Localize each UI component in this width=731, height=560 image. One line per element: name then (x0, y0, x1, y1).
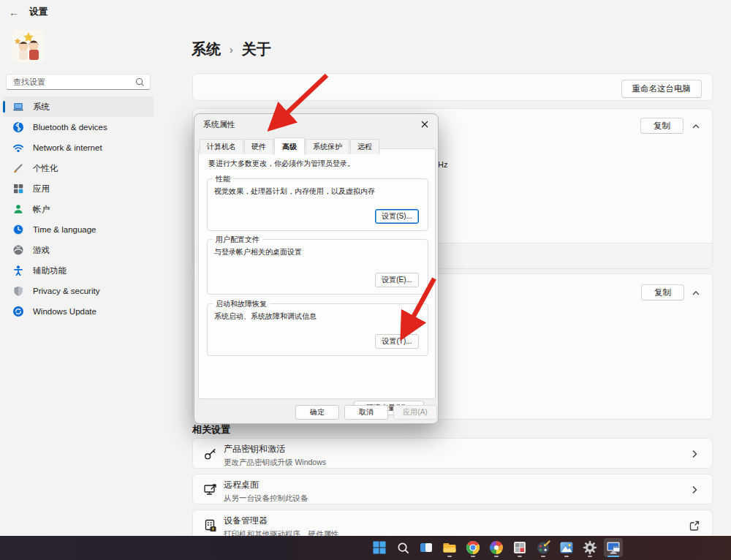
settings-app-button[interactable] (580, 538, 599, 557)
group-title: 启动和故障恢复 (213, 299, 270, 309)
processor-spec-fragment: Hz (438, 160, 447, 169)
copy-windows-spec-button[interactable]: 复制 (641, 284, 684, 300)
related-item-activation[interactable]: 产品密钥和激活 更改产品密钥或升级 Windows (192, 438, 713, 469)
sidebar-item-label: 游戏 (33, 245, 50, 256)
tab-hardware[interactable]: 硬件 (244, 139, 273, 154)
sidebar-item-label: Windows Update (33, 307, 96, 316)
collapse-chevron-icon[interactable] (690, 287, 702, 299)
chevron-right-icon (689, 484, 700, 496)
dialog-tab-strip: 计算机名 硬件 高级 系统保护 远程 (200, 137, 380, 154)
search-input[interactable] (13, 77, 135, 86)
breadcrumb-root[interactable]: 系统 (192, 39, 221, 59)
chevron-right-icon (689, 448, 700, 460)
sidebar-item-label: 应用 (33, 183, 50, 194)
sidebar: 系统 Bluetooth & devices Network & interne… (3, 97, 154, 322)
avatar-image (12, 29, 45, 63)
sidebar-item-system[interactable]: 系统 (3, 97, 154, 117)
chrome-icon (466, 540, 480, 555)
related-settings-title: 相关设置 (192, 423, 230, 436)
photos-button[interactable] (557, 538, 576, 557)
running-indicator (564, 556, 569, 558)
accounts-icon (12, 203, 24, 215)
rename-pc-button[interactable]: 重命名这台电脑 (621, 80, 702, 98)
search-box[interactable] (6, 74, 151, 90)
user-profiles-settings-button[interactable]: 设置(E)... (375, 273, 419, 287)
performance-settings-button[interactable]: 设置(S)... (375, 209, 419, 224)
related-item-title: 设备管理器 (224, 515, 339, 527)
sidebar-item-accounts[interactable]: 帐户 (3, 199, 154, 219)
task-view-button[interactable] (417, 538, 436, 557)
network-icon (12, 142, 24, 154)
sidebar-item-privacy[interactable]: Privacy & security (3, 281, 154, 301)
time-language-icon (12, 224, 24, 235)
tab-remote[interactable]: 远程 (350, 139, 379, 154)
group-description: 视觉效果，处理器计划，内存使用，以及虚拟内存 (214, 186, 375, 197)
sidebar-item-label: 帐户 (33, 204, 50, 215)
paint-app-button[interactable] (534, 538, 553, 557)
running-indicator (471, 556, 475, 558)
windows-icon (372, 540, 387, 555)
breadcrumb: 系统 › 关于 (192, 39, 271, 59)
chrome-button[interactable] (463, 538, 482, 557)
sidebar-item-label: Time & language (33, 225, 96, 234)
task-view-icon (419, 540, 433, 555)
cancel-button[interactable]: 取消 (344, 405, 388, 420)
related-item-title: 产品密钥和激活 (224, 443, 326, 455)
startup-recovery-settings-button[interactable]: 设置(T)... (375, 334, 419, 349)
avatar[interactable] (12, 29, 45, 63)
running-indicator (541, 556, 545, 558)
gaming-icon (12, 244, 24, 256)
app-grid-icon (512, 540, 527, 555)
file-explorer-button[interactable] (440, 538, 459, 557)
windows-update-icon (12, 306, 24, 317)
system-properties-taskbar-button[interactable] (604, 538, 623, 557)
related-item-subtitle: 更改产品密钥或升级 Windows (224, 458, 326, 468)
settings-window: ← 设置 系统 (0, 0, 731, 560)
sidebar-item-personalization[interactable]: 个性化 (3, 158, 154, 178)
sidebar-item-label: 个性化 (33, 163, 58, 174)
personalization-icon (12, 162, 24, 174)
privacy-icon (12, 285, 24, 297)
external-link-icon (689, 520, 700, 531)
tab-system-protection[interactable]: 系统保护 (306, 139, 349, 154)
device-manager-icon (203, 518, 218, 533)
related-item-text: 产品密钥和激活 更改产品密钥或升级 Windows (224, 443, 326, 468)
collapse-chevron-icon[interactable] (690, 121, 702, 132)
apps-icon (12, 183, 24, 194)
related-item-remote-desktop[interactable]: 远程桌面 从另一台设备控制此设备 (192, 474, 713, 504)
ok-button[interactable]: 确定 (295, 405, 339, 420)
sidebar-item-bluetooth[interactable]: Bluetooth & devices (3, 117, 154, 137)
close-icon[interactable] (419, 118, 431, 130)
remote-desktop-icon (203, 483, 218, 497)
gear-icon (583, 540, 597, 555)
taskbar-icon-row (370, 538, 623, 557)
dialog-titlebar[interactable]: 系统属性 (194, 114, 438, 135)
app-header: ← 设置 (9, 6, 48, 18)
tab-computer-name[interactable]: 计算机名 (200, 139, 243, 154)
sidebar-item-network[interactable]: Network & internet (3, 137, 154, 158)
copy-device-spec-button[interactable]: 复制 (640, 118, 683, 134)
system-properties-icon (606, 540, 621, 555)
taskbar-search-button[interactable] (393, 538, 412, 557)
pinwheel-browser-button[interactable] (487, 538, 506, 557)
group-title: 性能 (213, 174, 233, 184)
sidebar-item-time-language[interactable]: Time & language (3, 219, 154, 240)
start-button[interactable] (370, 538, 389, 557)
user-profiles-group: 用户配置文件 与登录帐户相关的桌面设置 设置(E)... (207, 239, 428, 295)
related-item-title: 远程桌面 (224, 479, 308, 491)
key-icon (203, 447, 218, 461)
back-icon[interactable]: ← (9, 7, 19, 18)
tab-advanced[interactable]: 高级 (274, 137, 305, 155)
breadcrumb-separator-icon: › (230, 44, 233, 56)
file-explorer-icon (442, 540, 457, 555)
dialog-title: 系统属性 (203, 119, 419, 130)
app-grid-button[interactable] (510, 538, 529, 557)
running-indicator (447, 556, 452, 558)
performance-group: 性能 视觉效果，处理器计划，内存使用，以及虚拟内存 设置(S)... (207, 178, 428, 231)
sidebar-item-windows-update[interactable]: Windows Update (3, 301, 154, 322)
system-icon (12, 101, 24, 113)
sidebar-item-gaming[interactable]: 游戏 (3, 240, 154, 260)
photos-icon (559, 540, 574, 555)
sidebar-item-accessibility[interactable]: 辅助功能 (3, 260, 154, 281)
sidebar-item-apps[interactable]: 应用 (3, 178, 154, 199)
